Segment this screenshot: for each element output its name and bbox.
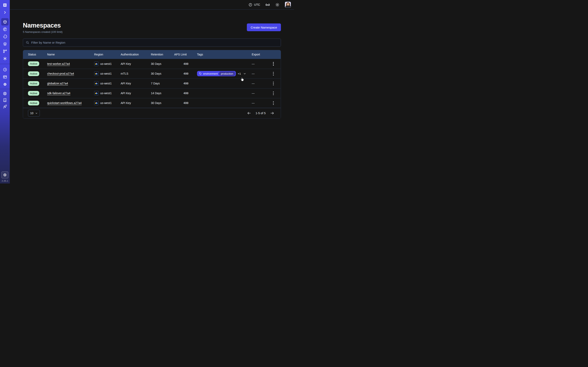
user-avatar[interactable] <box>285 2 291 8</box>
sidebar-item-nexus[interactable] <box>1 48 9 55</box>
col-header-tags: Tags <box>197 53 252 56</box>
filter-bar <box>23 39 281 47</box>
region-name: us-west1 <box>100 62 112 66</box>
theme-toggle-sun-icon[interactable] <box>275 3 279 7</box>
prev-page-button[interactable] <box>247 111 251 116</box>
namespace-link[interactable]: test-worker.a27a4 <box>47 62 70 66</box>
region-name: us-west1 <box>100 82 112 85</box>
retention-value: 30 Days <box>151 101 174 105</box>
sidebar: $ 2.35.1 <box>0 0 10 184</box>
credits-button[interactable]: $ <box>1 171 8 178</box>
row-actions-menu-button[interactable] <box>272 61 275 67</box>
tag-icon <box>199 72 202 75</box>
status-badge: Active <box>28 101 39 105</box>
tag-key: environment <box>203 72 218 75</box>
page-subtitle: 5 Namespaces created (100 limit) <box>23 30 62 33</box>
tags-overflow-count: +1 <box>238 72 241 75</box>
table-row: Active sdk-failover.a27a4 us-west1 API K… <box>23 88 281 98</box>
col-header-aps-limit: APS Limit <box>174 53 197 56</box>
auth-method: API Key <box>121 62 151 66</box>
page-size-select[interactable]: 10 <box>28 110 40 117</box>
col-header-region: Region <box>94 53 121 56</box>
sidebar-expand-button[interactable] <box>1 9 9 16</box>
sidebar-item-batch-operations[interactable] <box>1 55 9 62</box>
sidebar-item-deployments[interactable] <box>1 40 9 48</box>
col-header-export: Export <box>252 53 268 56</box>
table-row: Active globalizer.a27a4 us-west1 API Key… <box>23 78 281 88</box>
sidebar-item-getting-started[interactable] <box>2 103 8 110</box>
sidebar-item-workflows[interactable] <box>1 25 9 33</box>
sidebar-divider <box>0 89 10 89</box>
aps-limit-value: 400 <box>174 82 189 85</box>
col-header-retention: Retention <box>151 53 174 56</box>
page-range-label: 1-5 of 5 <box>256 111 266 115</box>
row-actions-menu-button[interactable] <box>272 81 275 87</box>
dev-glasses-icon[interactable] <box>265 2 270 7</box>
table-row: Active quickstart-workflows.a27a4 us-wes… <box>23 98 281 108</box>
namespaces-table: Status Name Region Authentication Retent… <box>23 50 281 119</box>
svg-text:$: $ <box>4 174 5 176</box>
timezone-selector[interactable]: UTC <box>249 3 260 7</box>
namespace-link[interactable]: quickstart-workflows.a27a4 <box>47 101 82 105</box>
row-actions-menu-button[interactable] <box>272 71 275 77</box>
sidebar-item-namespaces[interactable] <box>1 18 9 25</box>
aps-limit-value: 400 <box>174 62 189 66</box>
auth-method: API Key <box>121 82 151 85</box>
sidebar-item-usage[interactable] <box>1 66 9 73</box>
region-name: us-west1 <box>100 72 112 75</box>
retention-value: 30 Days <box>151 72 174 75</box>
sidebar-divider <box>0 64 10 64</box>
search-icon <box>26 41 29 44</box>
gcp-icon <box>94 91 99 95</box>
clock-icon <box>249 3 252 7</box>
temporal-logo[interactable] <box>1 1 9 9</box>
col-header-status: Status <box>28 53 47 56</box>
arrow-left-icon <box>247 111 251 115</box>
status-badge: Active <box>28 81 39 86</box>
namespace-link[interactable]: sdk-failover.a27a4 <box>47 92 70 95</box>
table-row: Active test-worker.a27a4 us-west1 API Ke… <box>23 59 281 69</box>
auth-method: mTLS <box>121 72 151 75</box>
filter-input[interactable] <box>31 41 278 44</box>
sidebar-item-support[interactable] <box>2 90 8 97</box>
row-actions-menu-button[interactable] <box>272 90 275 96</box>
table-pagination: 10 1-5 of 5 <box>23 108 281 118</box>
next-page-button[interactable] <box>270 111 275 116</box>
tag-pill[interactable]: environment production <box>197 71 236 76</box>
export-value: — <box>252 62 268 66</box>
table-header: Status Name Region Authentication Retent… <box>23 50 281 59</box>
table-row: Active checkout-prod.a27a4 us-west1 mTLS… <box>23 69 281 78</box>
aps-limit-value: 400 <box>174 72 189 75</box>
sidebar-item-billing[interactable] <box>1 73 9 81</box>
gcp-icon <box>94 71 99 76</box>
timezone-label: UTC <box>254 3 260 6</box>
col-header-name: Name <box>47 53 94 56</box>
auth-method: API Key <box>121 92 151 95</box>
export-value: — <box>252 82 268 85</box>
row-actions-menu-button[interactable] <box>272 100 275 106</box>
main-content: Namespaces 5 Namespaces created (100 lim… <box>10 10 294 184</box>
tag-value: production <box>219 72 235 76</box>
chevron-down-icon <box>35 112 38 115</box>
page-title: Namespaces <box>23 22 62 30</box>
tags-expand-button[interactable] <box>243 72 247 76</box>
region-name: us-west1 <box>100 92 112 95</box>
retention-value: 7 Days <box>151 82 174 85</box>
col-header-authentication: Authentication <box>121 53 151 56</box>
gcp-icon <box>94 62 99 66</box>
namespace-link[interactable]: globalizer.a27a4 <box>47 82 68 85</box>
sidebar-item-docs[interactable] <box>2 97 8 103</box>
arrow-right-icon <box>270 111 274 115</box>
create-namespace-button[interactable]: Create Namespace <box>247 24 281 31</box>
retention-value: 14 Days <box>151 92 174 95</box>
sidebar-item-settings[interactable] <box>1 81 9 88</box>
aps-limit-value: 400 <box>174 101 189 105</box>
namespace-link[interactable]: checkout-prod.a27a4 <box>47 72 74 75</box>
app-version: 2.35.1 <box>2 180 8 182</box>
status-badge: Active <box>28 71 39 76</box>
page-size-value: 10 <box>30 111 33 115</box>
chevron-down-icon <box>243 72 246 75</box>
tags-cell: environment production +1 <box>197 71 252 76</box>
retention-value: 30 Days <box>151 62 174 66</box>
sidebar-item-schedules[interactable] <box>1 33 9 40</box>
